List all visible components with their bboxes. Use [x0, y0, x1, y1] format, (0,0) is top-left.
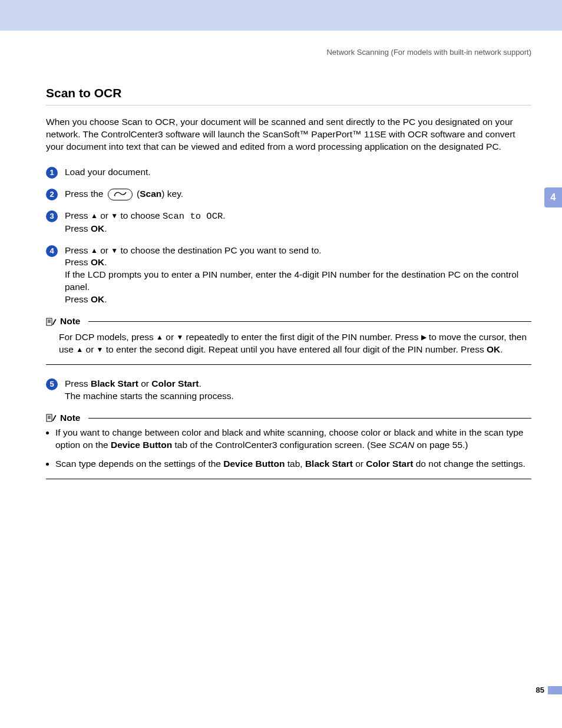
note-rule	[88, 321, 531, 322]
top-color-band	[0, 0, 562, 31]
note-icon	[46, 413, 57, 423]
step-badge-4: 4	[46, 245, 58, 257]
note-end-rule	[46, 479, 531, 479]
step-4: 4 Press ▲ or ▼ to choose the destination…	[46, 245, 531, 307]
note-2-item-2: Scan type depends on the settings of the…	[55, 458, 531, 470]
up-arrow-icon: ▲	[76, 345, 83, 354]
step-3: 3 Press ▲ or ▼ to choose Scan to OCR. Pr…	[46, 210, 531, 235]
step-5: 5 Press Black Start or Color Start. The …	[46, 378, 531, 403]
step-badge-2: 2	[46, 189, 58, 200]
note-1: Note For DCP models, press ▲ or ▼ repeat…	[46, 315, 531, 365]
down-arrow-icon: ▼	[111, 246, 118, 255]
step-3-text: Press ▲ or ▼ to choose Scan to OCR. Pres…	[65, 210, 531, 235]
note-icon	[46, 317, 57, 327]
svg-rect-4	[47, 414, 52, 421]
note-end-rule	[46, 364, 531, 365]
step-1: 1 Load your document.	[46, 166, 531, 179]
step-4-text: Press ▲ or ▼ to choose the destination P…	[65, 245, 531, 307]
down-arrow-icon: ▼	[176, 332, 183, 342]
note-label: Note	[60, 315, 80, 328]
note-2-item-1: If you want to change between color and …	[55, 427, 531, 452]
scan-key-icon	[108, 189, 133, 200]
step-2-text: Press the (Scan) key.	[65, 188, 531, 200]
note-label: Note	[60, 412, 80, 424]
svg-rect-0	[47, 318, 52, 325]
down-arrow-icon: ▼	[97, 345, 104, 354]
up-arrow-icon: ▲	[91, 246, 98, 255]
step-1-text: Load your document.	[65, 166, 531, 179]
intro-paragraph: When you choose Scan to OCR, your docume…	[46, 116, 531, 153]
up-arrow-icon: ▲	[91, 211, 98, 220]
note-rule	[88, 418, 531, 419]
right-arrow-icon: ▶	[421, 332, 427, 342]
section-title: Scan to OCR	[46, 85, 531, 101]
step-badge-3: 3	[46, 210, 58, 222]
note-2-body: If you want to change between color and …	[46, 427, 531, 471]
step-2: 2 Press the (Scan) key.	[46, 188, 531, 200]
step-badge-5: 5	[46, 378, 58, 390]
down-arrow-icon: ▼	[111, 211, 118, 220]
title-underline	[46, 105, 531, 106]
note-1-body: For DCP models, press ▲ or ▼ repeatedly …	[46, 328, 531, 356]
page-header: Network Scanning (For models with built-…	[46, 47, 531, 58]
step-5-text: Press Black Start or Color Start. The ma…	[65, 378, 531, 403]
note-2: Note If you want to change between color…	[46, 412, 531, 480]
up-arrow-icon: ▲	[156, 332, 163, 342]
step-badge-1: 1	[46, 167, 58, 179]
